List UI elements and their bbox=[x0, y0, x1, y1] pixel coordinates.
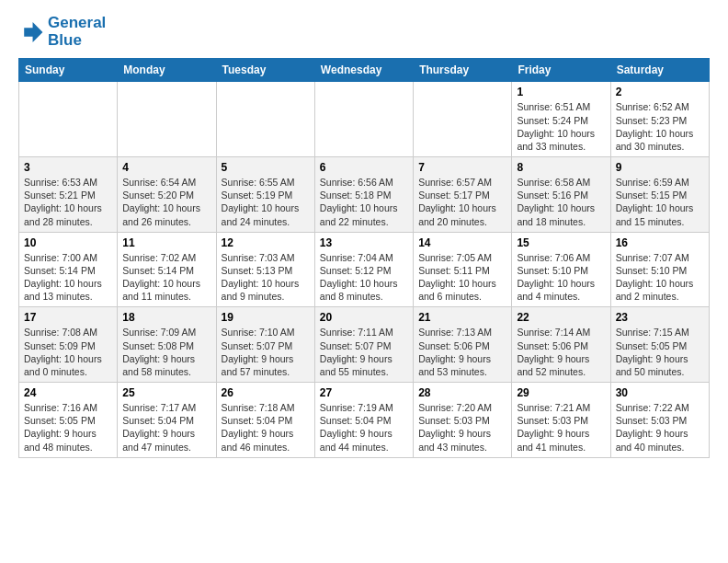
day-info: Sunrise: 7:09 AMSunset: 5:08 PMDaylight:… bbox=[122, 326, 210, 378]
day-cell: 30Sunrise: 7:22 AMSunset: 5:03 PMDayligh… bbox=[610, 383, 709, 458]
day-cell: 24Sunrise: 7:16 AMSunset: 5:05 PMDayligh… bbox=[19, 383, 118, 458]
day-number: 12 bbox=[222, 236, 310, 249]
day-cell: 5Sunrise: 6:55 AMSunset: 5:19 PMDaylight… bbox=[216, 157, 314, 233]
day-info: Sunrise: 7:07 AMSunset: 5:10 PMDaylight:… bbox=[616, 251, 704, 304]
day-number: 16 bbox=[616, 236, 704, 249]
day-info: Sunrise: 7:16 AMSunset: 5:05 PMDaylight:… bbox=[24, 401, 112, 454]
day-number: 18 bbox=[122, 311, 210, 324]
day-number: 21 bbox=[418, 311, 506, 324]
day-info: Sunrise: 7:14 AMSunset: 5:06 PMDaylight:… bbox=[517, 326, 605, 378]
day-info: Sunrise: 7:22 AMSunset: 5:03 PMDaylight:… bbox=[616, 401, 704, 454]
day-info: Sunrise: 7:04 AMSunset: 5:12 PMDaylight:… bbox=[320, 251, 408, 304]
day-cell: 28Sunrise: 7:20 AMSunset: 5:03 PMDayligh… bbox=[414, 383, 512, 458]
day-info: Sunrise: 7:10 AMSunset: 5:07 PMDaylight:… bbox=[222, 326, 310, 378]
week-row-4: 17Sunrise: 7:08 AMSunset: 5:09 PMDayligh… bbox=[19, 307, 710, 383]
day-info: Sunrise: 6:59 AMSunset: 5:15 PMDaylight:… bbox=[616, 176, 704, 228]
day-cell: 22Sunrise: 7:14 AMSunset: 5:06 PMDayligh… bbox=[512, 307, 610, 383]
day-info: Sunrise: 7:03 AMSunset: 5:13 PMDaylight:… bbox=[222, 251, 310, 304]
day-number: 17 bbox=[24, 311, 112, 324]
day-info: Sunrise: 7:21 AMSunset: 5:03 PMDaylight:… bbox=[517, 401, 605, 454]
day-cell: 26Sunrise: 7:18 AMSunset: 5:04 PMDayligh… bbox=[216, 383, 314, 458]
day-cell: 11Sunrise: 7:02 AMSunset: 5:14 PMDayligh… bbox=[118, 232, 216, 307]
logo-text: General Blue bbox=[48, 15, 106, 49]
day-info: Sunrise: 7:20 AMSunset: 5:03 PMDaylight:… bbox=[418, 401, 506, 454]
day-info: Sunrise: 7:02 AMSunset: 5:14 PMDaylight:… bbox=[122, 251, 210, 304]
day-cell: 12Sunrise: 7:03 AMSunset: 5:13 PMDayligh… bbox=[216, 232, 314, 307]
day-cell: 6Sunrise: 6:56 AMSunset: 5:18 PMDaylight… bbox=[314, 157, 413, 233]
weekday-header-monday: Monday bbox=[118, 59, 216, 82]
day-cell: 9Sunrise: 6:59 AMSunset: 5:15 PMDaylight… bbox=[610, 157, 709, 233]
day-number: 24 bbox=[24, 386, 112, 399]
day-info: Sunrise: 6:52 AMSunset: 5:23 PMDaylight:… bbox=[616, 100, 704, 153]
day-info: Sunrise: 7:08 AMSunset: 5:09 PMDaylight:… bbox=[24, 326, 112, 378]
day-cell: 13Sunrise: 7:04 AMSunset: 5:12 PMDayligh… bbox=[314, 232, 413, 307]
day-number: 26 bbox=[222, 386, 310, 399]
day-number: 27 bbox=[320, 386, 408, 399]
day-cell bbox=[118, 82, 216, 157]
day-info: Sunrise: 7:19 AMSunset: 5:04 PMDaylight:… bbox=[320, 401, 408, 454]
week-row-5: 24Sunrise: 7:16 AMSunset: 5:05 PMDayligh… bbox=[19, 383, 710, 458]
day-number: 3 bbox=[24, 161, 112, 174]
day-cell: 1Sunrise: 6:51 AMSunset: 5:24 PMDaylight… bbox=[512, 82, 610, 157]
day-number: 14 bbox=[418, 236, 506, 249]
day-number: 19 bbox=[222, 311, 310, 324]
logo: General Blue bbox=[18, 15, 106, 49]
week-row-1: 1Sunrise: 6:51 AMSunset: 5:24 PMDaylight… bbox=[19, 82, 710, 157]
day-number: 13 bbox=[320, 236, 408, 249]
day-info: Sunrise: 7:15 AMSunset: 5:05 PMDaylight:… bbox=[616, 326, 704, 378]
day-info: Sunrise: 7:00 AMSunset: 5:14 PMDaylight:… bbox=[24, 251, 112, 304]
day-info: Sunrise: 6:57 AMSunset: 5:17 PMDaylight:… bbox=[418, 176, 506, 228]
day-number: 1 bbox=[517, 86, 605, 98]
day-number: 2 bbox=[616, 86, 704, 98]
day-cell: 18Sunrise: 7:09 AMSunset: 5:08 PMDayligh… bbox=[118, 307, 216, 383]
day-cell: 10Sunrise: 7:00 AMSunset: 5:14 PMDayligh… bbox=[19, 232, 118, 307]
weekday-header-tuesday: Tuesday bbox=[216, 59, 314, 82]
day-cell: 16Sunrise: 7:07 AMSunset: 5:10 PMDayligh… bbox=[610, 232, 709, 307]
day-info: Sunrise: 6:54 AMSunset: 5:20 PMDaylight:… bbox=[122, 176, 210, 228]
day-number: 28 bbox=[418, 386, 506, 399]
weekday-header-thursday: Thursday bbox=[414, 59, 512, 82]
day-info: Sunrise: 7:11 AMSunset: 5:07 PMDaylight:… bbox=[320, 326, 408, 378]
day-info: Sunrise: 7:17 AMSunset: 5:04 PMDaylight:… bbox=[122, 401, 210, 454]
weekday-header-sunday: Sunday bbox=[19, 59, 118, 82]
day-cell: 2Sunrise: 6:52 AMSunset: 5:23 PMDaylight… bbox=[610, 82, 709, 157]
day-cell: 14Sunrise: 7:05 AMSunset: 5:11 PMDayligh… bbox=[414, 232, 512, 307]
day-number: 5 bbox=[222, 161, 310, 174]
day-info: Sunrise: 6:55 AMSunset: 5:19 PMDaylight:… bbox=[222, 176, 310, 228]
calendar-table: SundayMondayTuesdayWednesdayThursdayFrid… bbox=[18, 58, 710, 457]
day-cell: 25Sunrise: 7:17 AMSunset: 5:04 PMDayligh… bbox=[118, 383, 216, 458]
weekday-header-wednesday: Wednesday bbox=[314, 59, 413, 82]
day-number: 15 bbox=[517, 236, 605, 249]
weekday-header-row: SundayMondayTuesdayWednesdayThursdayFrid… bbox=[19, 59, 710, 82]
day-info: Sunrise: 6:56 AMSunset: 5:18 PMDaylight:… bbox=[320, 176, 408, 228]
day-info: Sunrise: 7:05 AMSunset: 5:11 PMDaylight:… bbox=[418, 251, 506, 304]
day-cell: 3Sunrise: 6:53 AMSunset: 5:21 PMDaylight… bbox=[19, 157, 118, 233]
logo-icon bbox=[18, 19, 44, 45]
day-number: 9 bbox=[616, 161, 704, 174]
day-cell: 23Sunrise: 7:15 AMSunset: 5:05 PMDayligh… bbox=[610, 307, 709, 383]
day-cell: 8Sunrise: 6:58 AMSunset: 5:16 PMDaylight… bbox=[512, 157, 610, 233]
day-cell: 21Sunrise: 7:13 AMSunset: 5:06 PMDayligh… bbox=[414, 307, 512, 383]
week-row-2: 3Sunrise: 6:53 AMSunset: 5:21 PMDaylight… bbox=[19, 157, 710, 233]
day-number: 11 bbox=[122, 236, 210, 249]
day-info: Sunrise: 6:53 AMSunset: 5:21 PMDaylight:… bbox=[24, 176, 112, 228]
day-info: Sunrise: 6:58 AMSunset: 5:16 PMDaylight:… bbox=[517, 176, 605, 228]
day-cell bbox=[414, 82, 512, 157]
calendar-page: General Blue SundayMondayTuesdayWednesda… bbox=[0, 0, 728, 473]
day-cell: 19Sunrise: 7:10 AMSunset: 5:07 PMDayligh… bbox=[216, 307, 314, 383]
day-number: 22 bbox=[517, 311, 605, 324]
day-number: 7 bbox=[418, 161, 506, 174]
day-cell: 29Sunrise: 7:21 AMSunset: 5:03 PMDayligh… bbox=[512, 383, 610, 458]
day-cell: 27Sunrise: 7:19 AMSunset: 5:04 PMDayligh… bbox=[314, 383, 413, 458]
day-number: 30 bbox=[616, 386, 704, 399]
day-number: 8 bbox=[517, 161, 605, 174]
week-row-3: 10Sunrise: 7:00 AMSunset: 5:14 PMDayligh… bbox=[19, 232, 710, 307]
day-number: 23 bbox=[616, 311, 704, 324]
day-number: 25 bbox=[122, 386, 210, 399]
day-number: 20 bbox=[320, 311, 408, 324]
day-cell bbox=[19, 82, 118, 157]
day-number: 29 bbox=[517, 386, 605, 399]
weekday-header-saturday: Saturday bbox=[610, 59, 709, 82]
day-cell: 4Sunrise: 6:54 AMSunset: 5:20 PMDaylight… bbox=[118, 157, 216, 233]
day-cell: 20Sunrise: 7:11 AMSunset: 5:07 PMDayligh… bbox=[314, 307, 413, 383]
